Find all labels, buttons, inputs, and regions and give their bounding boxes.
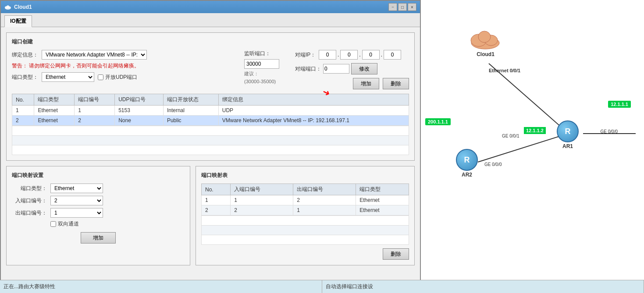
title-text: Cloud1 xyxy=(14,4,32,10)
map-cell-out: 1 xyxy=(293,205,356,215)
port-creation-title: 端口创建 xyxy=(12,38,409,46)
suggest-label: 建议： xyxy=(244,71,288,77)
port-mapping-settings-section: 端口映射设置 端口类型： Ethernet 入端口编号： 2 出端口编号： xyxy=(6,166,190,265)
port-creation-main: 绑定信息： VMware Network Adapter VMnet8 -- I… xyxy=(12,50,409,89)
cloud-icon xyxy=(4,4,11,11)
cell-type: Ethernet xyxy=(34,106,75,116)
map-cell-out: 2 xyxy=(293,195,356,205)
out-port-row: 出端口编号： 1 xyxy=(12,208,185,218)
in-port-select[interactable]: 2 xyxy=(50,196,103,205)
map-col-out: 出端口编号 xyxy=(293,184,356,195)
status-left: 正在...路由大赛级特性 xyxy=(0,280,322,293)
content-area: 端口创建 绑定信息： VMware Network Adapter VMnet8… xyxy=(1,27,420,292)
bind-label: 绑定信息： xyxy=(12,51,38,59)
port-left: 绑定信息： VMware Network Adapter VMnet8 -- I… xyxy=(12,50,237,89)
ge000-ar1-label: GE 0/0/0 xyxy=(601,129,618,134)
add-button-top[interactable]: 增加 xyxy=(353,78,379,89)
cloud1-dialog: Cloud1 － □ × IO配置 端口创建 绑定信息： VMware Netw… xyxy=(0,0,421,293)
map-cell-in: 1 xyxy=(231,195,293,205)
bidirectional-checkbox[interactable] xyxy=(50,221,56,227)
udp-checkbox-label[interactable]: 开放UDP端口 xyxy=(98,74,137,81)
peer-port-input[interactable] xyxy=(323,64,349,74)
map-cell-no: 1 xyxy=(202,195,231,205)
port-creation-section: 端口创建 绑定信息： VMware Network Adapter VMnet8… xyxy=(6,32,415,161)
udp-checkbox[interactable] xyxy=(98,74,103,80)
cell-num: 2 xyxy=(75,116,115,126)
warning-row: 警告： 请勿绑定公网网卡，否则可能会引起网络瘫痪。 xyxy=(12,62,237,70)
mapping-table-empty xyxy=(201,215,409,245)
map-col-type: 端口类型 xyxy=(356,184,409,195)
ar1-label: AR1 xyxy=(562,143,573,149)
title-bar: Cloud1 － □ × xyxy=(1,1,420,13)
cell-bind: UDP xyxy=(218,106,409,116)
map-col-in: 入端口编号 xyxy=(231,184,293,195)
minimize-button[interactable]: － xyxy=(388,3,397,11)
monitor-input[interactable] xyxy=(244,59,279,69)
status-right: 自动选择端口连接设 xyxy=(322,280,644,293)
mapping-type-select[interactable]: Ethernet xyxy=(50,184,103,193)
port-middle: 监听端口： 建议： (30000-35000) xyxy=(244,50,288,89)
out-port-select[interactable]: 1 xyxy=(50,208,103,218)
col-udp: UDP端口号 xyxy=(115,94,164,106)
port-right: 对端IP： . . . 对端端口： xyxy=(295,50,409,89)
peer-ip-1[interactable] xyxy=(340,50,358,60)
col-type: 端口类型 xyxy=(34,94,75,106)
peer-port-label: 对端端口： xyxy=(295,65,321,73)
in-port-label: 入端口编号： xyxy=(12,197,47,205)
cell-udp: 5153 xyxy=(115,106,164,116)
svg-point-7 xyxy=(478,31,491,42)
ar2-node: R AR2 xyxy=(456,149,478,178)
tab-io-config[interactable]: IO配置 xyxy=(4,15,32,27)
title-bar-left: Cloud1 xyxy=(4,4,32,11)
ar1-icon: R xyxy=(557,120,579,142)
mapping-add-button[interactable]: 增加 xyxy=(81,232,116,244)
cell-type: Ethernet xyxy=(34,116,75,126)
bottom-sections: 端口映射设置 端口类型： Ethernet 入端口编号： 2 出端口编号： xyxy=(6,166,415,265)
peer-ip-0[interactable] xyxy=(319,50,336,60)
table-row[interactable]: 1 Ethernet 1 5153 Internal UDP xyxy=(12,106,409,116)
close-button[interactable]: × xyxy=(408,3,416,11)
col-status: 端口开放状态 xyxy=(163,94,218,106)
mapping-table: No. 入端口编号 出端口编号 端口类型 1 1 2 Ethernet 2 2 … xyxy=(201,184,409,215)
warning-text: 警告： 请勿绑定公网网卡，否则可能会引起网络瘫痪。 xyxy=(12,62,139,70)
ip-200-badge: 200.1.1.1 xyxy=(425,118,451,125)
svg-point-3 xyxy=(7,5,9,8)
network-diagram: Cloud1 Ethernet 0/0/1 200.1.1.1 12.1.1.1… xyxy=(421,0,644,293)
mapping-delete-btn-container: 删除 xyxy=(201,248,409,260)
delete-button-top[interactable]: 删除 xyxy=(383,78,409,89)
ip-12-1-badge: 12.1.1.1 xyxy=(608,101,631,108)
mapping-type-row: 端口类型： Ethernet xyxy=(12,184,185,193)
table-row[interactable]: 2 Ethernet 2 None Public VMware Network … xyxy=(12,116,409,126)
action-buttons: 增加 删除 xyxy=(295,78,409,89)
maximize-button[interactable]: □ xyxy=(398,3,407,11)
bind-row: 绑定信息： VMware Network Adapter VMnet8 -- I… xyxy=(12,50,237,60)
ar2-ar1-line xyxy=(478,136,561,162)
in-port-row: 入端口编号： 2 xyxy=(12,196,185,205)
cloud1-node: Cloud1 xyxy=(469,26,502,57)
map-cell-in: 2 xyxy=(231,205,293,215)
peer-port-row: 对端端口： 修改 xyxy=(295,63,409,74)
port-type-select[interactable]: Ethernet xyxy=(42,72,94,82)
port-type-row: 端口类型： Ethernet 开放UDP端口 xyxy=(12,72,237,82)
peer-ip-3[interactable] xyxy=(384,50,401,60)
network-svg xyxy=(421,0,644,293)
bidirectional-label[interactable]: 双向通道 xyxy=(50,220,79,228)
modify-button[interactable]: 修改 xyxy=(351,63,377,74)
map-cell-type: Ethernet xyxy=(356,195,409,205)
mapping-delete-button[interactable]: 删除 xyxy=(383,248,409,260)
cell-no: 2 xyxy=(12,116,34,126)
table-row[interactable]: 2 2 1 Ethernet xyxy=(202,205,409,215)
peer-ip-2[interactable] xyxy=(362,50,380,60)
eth001-label: Ethernet 0/0/1 xyxy=(489,68,520,73)
title-buttons: － □ × xyxy=(388,3,416,11)
out-port-label: 出端口编号： xyxy=(12,209,47,217)
cloud-shape xyxy=(469,26,502,50)
port-mapping-settings-title: 端口映射设置 xyxy=(12,172,185,179)
table-row[interactable]: 1 1 2 Ethernet xyxy=(202,195,409,205)
cell-status: Internal xyxy=(163,106,218,116)
bind-select[interactable]: VMware Network Adapter VMnet8 -- IP: 192… xyxy=(42,50,147,60)
bidirectional-row: 双向通道 xyxy=(12,220,185,228)
ip-12-2-badge: 12.1.1.2 xyxy=(524,127,546,134)
suggest-value: (30000-35000) xyxy=(244,79,288,84)
cloud1-label: Cloud1 xyxy=(477,51,495,57)
